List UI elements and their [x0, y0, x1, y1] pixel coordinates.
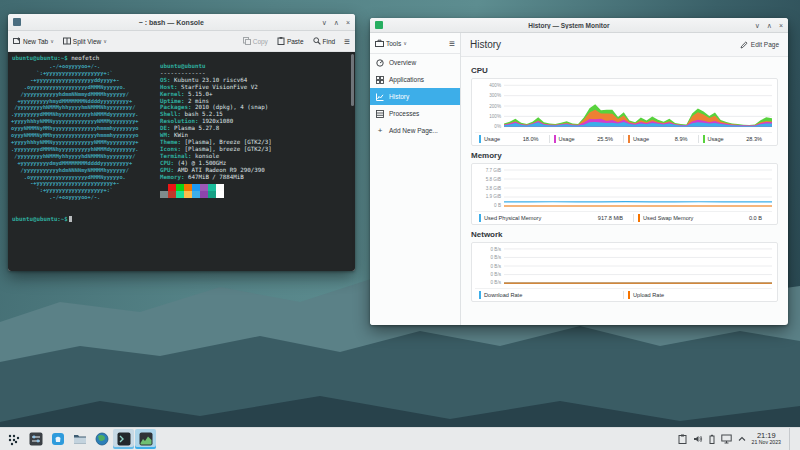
- taskbar-browser[interactable]: [91, 429, 112, 449]
- network-legend: Download Rate Upload Rate: [475, 288, 772, 299]
- sysmon-window-title: History — System Monitor: [387, 22, 751, 29]
- info-line: WM: KWin: [160, 132, 272, 139]
- sidebar-item-overview[interactable]: Overview: [370, 54, 460, 71]
- minimize-button[interactable]: ∨: [322, 19, 327, 26]
- sysmon-content: CPU 400%300%200%100%0% Usage18.0% Usage2…: [461, 57, 788, 325]
- neofetch-info: ubuntu@ubuntu ------------- OS: Kubuntu …: [160, 63, 272, 180]
- tools-menu-button[interactable]: Tools ∨: [375, 39, 407, 47]
- taskbar-system-monitor-task[interactable]: [135, 429, 156, 449]
- memory-section-title: Memory: [471, 151, 778, 160]
- discover-icon: [51, 432, 65, 446]
- info-line: Packages: 2010 (dpkg), 4 (snap): [160, 104, 272, 111]
- volume-icon[interactable]: [693, 434, 703, 444]
- taskbar-discover[interactable]: [47, 429, 68, 449]
- clipboard-icon[interactable]: [678, 434, 687, 444]
- terminal-prompt: ubuntu@ubuntu:~$: [12, 216, 72, 223]
- split-view-button[interactable]: Split View ∨: [63, 37, 107, 45]
- konsole-toolbar: New Tab ∨ Split View ∨ Copy Paste Find ≡: [8, 31, 355, 52]
- new-tab-button[interactable]: New Tab ∨: [13, 37, 54, 45]
- memory-y-axis: 7.7 GiB5.8 GiB3.8 GiB1.9 GiB0 B: [475, 168, 504, 208]
- legend-item: Usage25.5%: [549, 135, 624, 143]
- terminal-color-palette: [160, 184, 224, 198]
- legend-item: Usage8.9%: [623, 135, 698, 143]
- memory-legend: Used Physical Memory917.8 MiB Used Swap …: [475, 211, 772, 222]
- applications-grid-icon: [376, 76, 384, 84]
- memory-card: 7.7 GiB5.8 GiB3.8 GiB1.9 GiB0 B Used Phy…: [471, 163, 778, 225]
- terminal-cursor: [69, 216, 72, 222]
- legend-item: Used Swap Memory0.0 B: [633, 214, 772, 222]
- sidebar-collapse-icon[interactable]: ≡: [449, 38, 455, 49]
- taskbar: 21:19 21 Nov 2023: [0, 427, 800, 450]
- terminal-command-line: ubuntu@ubuntu:~$ neofetch: [12, 55, 99, 62]
- paste-button[interactable]: Paste: [277, 37, 304, 45]
- info-line: Terminal: konsole: [160, 153, 272, 160]
- folder-icon: [73, 432, 87, 446]
- info-line: Memory: 647MiB / 7884MiB: [160, 174, 272, 181]
- show-desktop-button[interactable]: [789, 428, 796, 450]
- info-line: GPU: AMD ATI Radeon R9 290/390: [160, 167, 272, 174]
- close-button[interactable]: ×: [779, 22, 783, 29]
- globe-icon: [95, 432, 109, 446]
- konsole-titlebar[interactable]: ~ : bash — Konsole ∨ ∧ ×: [8, 14, 355, 31]
- info-line: Theme: [Plasma], Breeze [GTK2/3]: [160, 139, 272, 146]
- sidebar-item-history[interactable]: History: [370, 88, 460, 105]
- edit-page-button[interactable]: Edit Page: [740, 41, 779, 49]
- hamburger-menu-icon[interactable]: ≡: [344, 36, 350, 47]
- legend-item: Download Rate: [475, 291, 623, 299]
- cpu-card: 400%300%200%100%0% Usage18.0% Usage25.5%…: [471, 78, 778, 146]
- display-icon[interactable]: [721, 434, 732, 444]
- legend-item: Upload Rate: [623, 291, 772, 299]
- sidebar-item-applications[interactable]: Applications: [370, 71, 460, 88]
- sysmon-app-icon: [375, 21, 383, 29]
- chevron-down-icon: ∨: [403, 40, 407, 46]
- memory-history-chart: [504, 168, 772, 208]
- info-line: DE: Plasma 5.27.8: [160, 125, 272, 132]
- cpu-y-axis: 400%300%200%100%0%: [475, 83, 504, 129]
- maximize-button[interactable]: ∧: [767, 22, 772, 29]
- network-card: 0 B/s0 B/s0 B/s0 B/s0 B/s Download Rate …: [471, 242, 778, 302]
- info-line: CPU: (4) @ 1.500GHz: [160, 160, 272, 167]
- system-monitor-window: History — System Monitor ∨ ∧ × Tools ∨ ≡…: [370, 18, 788, 325]
- battery-icon[interactable]: [709, 434, 715, 444]
- legend-item: Usage18.0%: [475, 135, 549, 143]
- legend-item: Usage28.3%: [698, 135, 773, 143]
- taskbar-dolphin[interactable]: [69, 429, 90, 449]
- maximize-button[interactable]: ∧: [334, 19, 339, 26]
- find-button[interactable]: Find: [313, 37, 336, 45]
- network-history-chart: [504, 247, 772, 285]
- page-title: History: [470, 39, 501, 50]
- overview-icon: [376, 59, 384, 67]
- sysmon-page-header: History Edit Page: [461, 33, 788, 57]
- info-line: OS: Kubuntu 23.10 riscv64: [160, 77, 272, 84]
- konsole-window-title: ~ : bash — Konsole: [25, 19, 318, 26]
- close-button[interactable]: ×: [346, 19, 350, 26]
- taskbar-konsole-task[interactable]: [113, 429, 134, 449]
- new-tab-icon: [13, 37, 21, 45]
- network-y-axis: 0 B/s0 B/s0 B/s0 B/s0 B/s: [475, 247, 504, 285]
- cpu-legend: Usage18.0% Usage25.5% Usage8.9% Usage28.…: [475, 132, 772, 143]
- neofetch-ascii-logo: .-/+ooyyyyoo+/-. `:+yyyyyyyyyyyyyyyyyy+:…: [11, 63, 139, 201]
- tray-expander-chevron-up-icon[interactable]: [738, 436, 746, 442]
- sidebar-item-add-new-page[interactable]: + Add New Page...: [370, 122, 460, 139]
- terminal-viewport[interactable]: ubuntu@ubuntu:~$ neofetch .-/+ooyyyyoo+/…: [8, 52, 355, 271]
- cpu-section-title: CPU: [471, 66, 778, 75]
- chevron-down-icon: ∨: [103, 38, 107, 44]
- clock-date: 21 Nov 2023: [752, 440, 781, 445]
- taskbar-system-settings[interactable]: [25, 429, 46, 449]
- history-chart-icon: [376, 93, 384, 101]
- info-line: Resolution: 1920x1080: [160, 118, 272, 125]
- sidebar-item-processes[interactable]: Processes: [370, 105, 460, 122]
- terminal-scrollbar[interactable]: [351, 54, 354, 266]
- app-launcher-icon: [7, 433, 20, 446]
- sysmon-titlebar[interactable]: History — System Monitor ∨ ∧ ×: [370, 18, 788, 33]
- copy-button[interactable]: Copy: [243, 37, 268, 45]
- minimize-button[interactable]: ∨: [755, 22, 760, 29]
- split-view-icon: [63, 37, 71, 45]
- system-monitor-icon: [139, 432, 153, 446]
- konsole-icon: [117, 432, 131, 446]
- pencil-icon: [740, 41, 748, 49]
- cpu-history-chart: [504, 83, 772, 129]
- clock-widget[interactable]: 21:19 21 Nov 2023: [752, 432, 781, 445]
- copy-icon: [243, 37, 251, 45]
- app-launcher-button[interactable]: [3, 429, 24, 449]
